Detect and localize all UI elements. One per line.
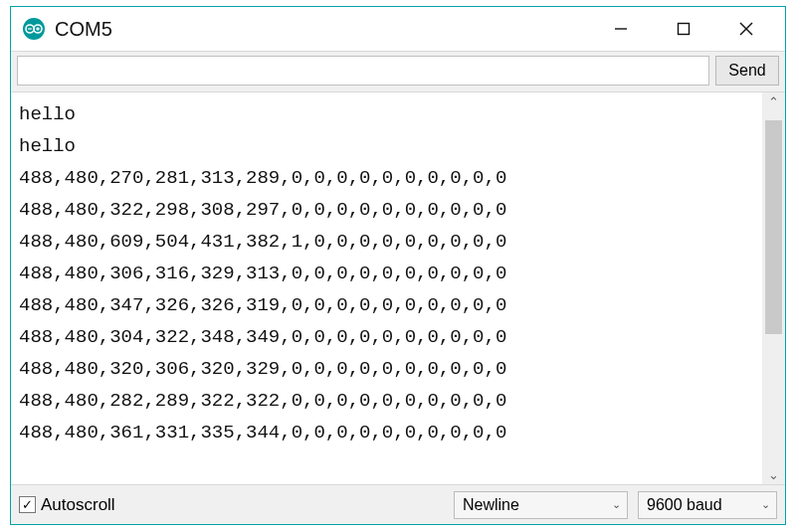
scrollbar-thumb[interactable] (765, 120, 782, 334)
serial-input[interactable] (17, 56, 709, 86)
autoscroll-option[interactable]: ✓ Autoscroll (19, 495, 444, 515)
scrollbar-track[interactable] (762, 108, 785, 468)
line-ending-select[interactable]: Newline ⌄ (454, 491, 628, 519)
svg-rect-6 (678, 24, 689, 35)
baud-rate-select[interactable]: 9600 baud ⌄ (638, 491, 777, 519)
vertical-scrollbar[interactable]: ⌃ ⌄ (762, 92, 785, 484)
maximize-button[interactable] (652, 11, 714, 47)
scroll-down-icon[interactable]: ⌄ (768, 468, 779, 481)
close-icon (739, 22, 753, 36)
serial-monitor-window: COM5 Send hello h (10, 6, 786, 525)
chevron-down-icon: ⌄ (761, 498, 770, 511)
window-title: COM5 (55, 18, 589, 41)
send-row: Send (11, 51, 785, 92)
autoscroll-checkbox[interactable]: ✓ (19, 496, 36, 513)
close-button[interactable] (714, 11, 777, 47)
arduino-logo-icon (23, 18, 45, 40)
checkmark-icon: ✓ (22, 498, 33, 511)
baud-rate-value: 9600 baud (647, 496, 722, 514)
minimize-button[interactable] (589, 11, 652, 47)
serial-output: hello hello 488,480,270,281,313,289,0,0,… (11, 92, 762, 484)
window-controls (589, 11, 777, 47)
titlebar: COM5 (11, 7, 785, 51)
footer-bar: ✓ Autoscroll Newline ⌄ 9600 baud ⌄ (11, 484, 785, 524)
minimize-icon (614, 22, 628, 36)
scroll-up-icon[interactable]: ⌃ (768, 95, 779, 108)
chevron-down-icon: ⌄ (612, 498, 621, 511)
output-area: hello hello 488,480,270,281,313,289,0,0,… (11, 92, 785, 484)
autoscroll-label: Autoscroll (41, 495, 115, 515)
maximize-icon (677, 22, 691, 36)
line-ending-value: Newline (463, 496, 519, 514)
send-button[interactable]: Send (715, 56, 779, 86)
